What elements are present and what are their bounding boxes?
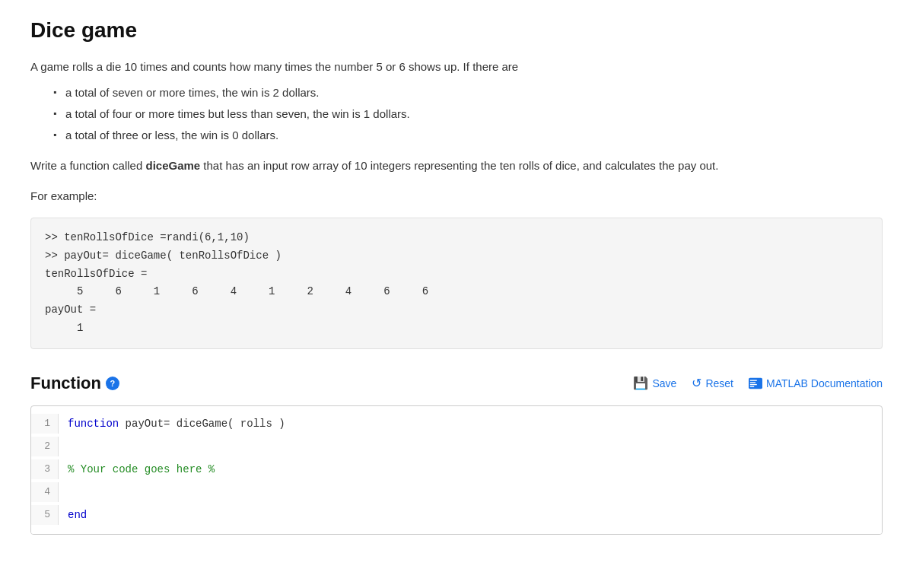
line-number-4: 4	[31, 482, 59, 502]
reset-button[interactable]: ↺ Reset	[692, 376, 733, 390]
editor-line-1: 1 function payOut= diceGame( rolls )	[31, 406, 882, 435]
editor-line-3: 3 % Your code goes here %	[31, 458, 882, 481]
save-label: Save	[652, 377, 676, 389]
line-number-5: 5	[31, 505, 59, 525]
code-line-1: >> tenRollsOfDice =randi(6,1,10)	[45, 231, 250, 243]
editor-line-2: 2	[31, 435, 882, 458]
line-number-2: 2	[31, 437, 59, 456]
keyword-end: end	[68, 509, 87, 521]
reset-label: Reset	[705, 377, 733, 389]
keyword-function: function	[68, 418, 119, 430]
line-number-1: 1	[31, 414, 59, 434]
function-section-title: Function ?	[30, 373, 119, 393]
bullet-item-3: a total of three or less, the win is 0 d…	[53, 126, 883, 145]
function-name-bold: diceGame	[145, 159, 200, 172]
write-description: Write a function called diceGame that ha…	[30, 157, 883, 175]
code-line-4: 5 6 1 6 4 1 2 4 6 6	[45, 285, 428, 297]
code-line-6: 1	[45, 322, 83, 334]
code-example-block: >> tenRollsOfDice =randi(6,1,10) >> payO…	[30, 218, 883, 349]
bullet-item-1: a total of seven or more times, the win …	[53, 84, 883, 102]
write-line-text1: Write a function called	[30, 159, 145, 172]
bullet-list: a total of seven or more times, the win …	[53, 84, 883, 145]
matlab-doc-label: MATLAB Documentation	[766, 377, 883, 389]
line-number-3: 3	[31, 459, 59, 479]
code-line-3: tenRollsOfDice =	[45, 268, 147, 280]
matlab-doc-icon	[749, 377, 762, 389]
code-editor[interactable]: 1 function payOut= diceGame( rolls ) 2 3…	[30, 405, 883, 535]
example-label: For example:	[30, 187, 883, 205]
editor-bottom-padding	[31, 526, 882, 534]
page-title: Dice game	[30, 18, 883, 43]
bullet-item-2: a total of four or more times but less t…	[53, 105, 883, 123]
save-icon: 💾	[633, 376, 648, 390]
svg-rect-3	[750, 384, 757, 385]
code-line-5: payOut =	[45, 304, 96, 316]
reset-icon: ↺	[692, 376, 701, 390]
editor-line-4: 4	[31, 481, 882, 504]
svg-rect-0	[749, 378, 762, 389]
editor-line-5: 5 end	[31, 504, 882, 526]
svg-rect-1	[750, 380, 757, 380]
function-section-header: Function ? 💾 Save ↺ Reset MATLAB Documen…	[30, 373, 883, 393]
function-title-text: Function	[30, 373, 101, 393]
line-content-2	[59, 437, 882, 440]
svg-rect-2	[750, 382, 756, 383]
svg-rect-4	[750, 386, 754, 386]
line-content-3: % Your code goes here %	[59, 459, 882, 479]
intro-text: A game rolls a die 10 times and counts h…	[30, 58, 883, 76]
write-line-text2: that has an input row array of 10 intege…	[200, 159, 718, 172]
matlab-documentation-button[interactable]: MATLAB Documentation	[749, 377, 883, 389]
line-content-4	[59, 482, 882, 485]
code-line-2: >> payOut= diceGame( tenRollsOfDice )	[45, 250, 282, 262]
toolbar: 💾 Save ↺ Reset MATLAB Documentation	[633, 376, 883, 390]
line-content-1: function payOut= diceGame( rolls )	[59, 414, 882, 434]
line-content-5: end	[59, 505, 882, 525]
help-icon[interactable]: ?	[106, 377, 119, 390]
save-button[interactable]: 💾 Save	[633, 376, 676, 390]
comment-text: % Your code goes here %	[68, 463, 215, 475]
